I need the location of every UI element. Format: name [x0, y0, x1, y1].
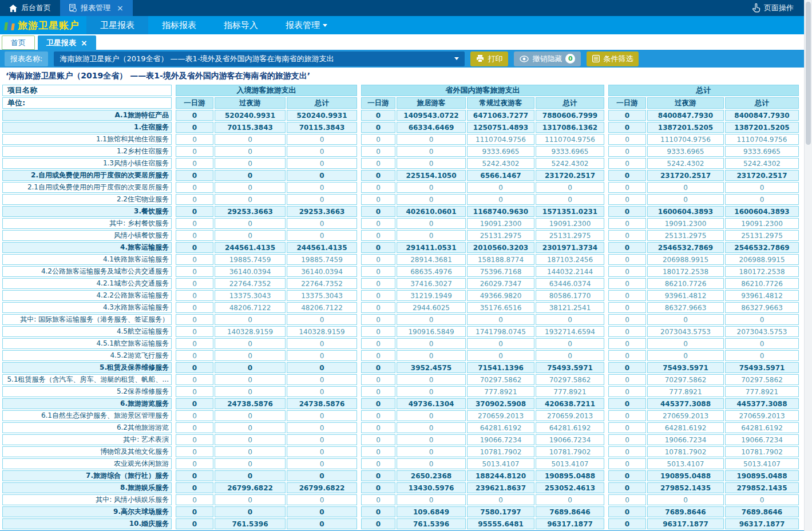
value-cell[interactable]: 0: [176, 326, 213, 337]
value-cell[interactable]: 0: [608, 434, 646, 445]
value-cell[interactable]: 0: [215, 182, 286, 193]
row-label[interactable]: 博物馆及其他文化服务: [2, 446, 172, 457]
value-cell[interactable]: 0: [361, 146, 395, 157]
value-cell[interactable]: 75493.5971: [647, 362, 724, 373]
row-label[interactable]: 6.2其他旅游游览: [2, 422, 172, 433]
value-cell[interactable]: 0: [608, 122, 646, 133]
value-cell[interactable]: 86210.7726: [725, 278, 799, 289]
value-cell[interactable]: 93961.4812: [647, 290, 724, 301]
value-cell[interactable]: 0: [608, 506, 646, 517]
value-cell[interactable]: 19066.7234: [536, 434, 604, 445]
value-cell[interactable]: 37416.3027: [397, 278, 466, 289]
value-cell[interactable]: 0: [608, 182, 646, 193]
value-cell[interactable]: 0: [397, 422, 466, 433]
value-cell[interactable]: 5013.4107: [467, 458, 534, 469]
value-cell[interactable]: 0: [647, 194, 724, 205]
value-cell[interactable]: 5242.4302: [467, 158, 534, 169]
value-cell[interactable]: 75493.5971: [536, 362, 604, 373]
value-cell[interactable]: 279852.1435: [647, 482, 724, 493]
value-cell[interactable]: 7689.8646: [647, 506, 724, 517]
value-cell[interactable]: 190895.0488: [725, 470, 799, 481]
value-cell[interactable]: 2073043.5753: [647, 326, 724, 337]
value-cell[interactable]: 1168740.9630: [467, 206, 534, 217]
row-label[interactable]: 4.2.2公路旅客运输服务: [2, 290, 172, 301]
value-cell[interactable]: 95555.6481: [467, 518, 534, 529]
value-cell[interactable]: 35176.6516: [467, 302, 534, 313]
value-cell[interactable]: 0: [176, 290, 213, 301]
value-cell[interactable]: 36140.0394: [287, 266, 357, 277]
value-cell[interactable]: 9333.6965: [647, 146, 724, 157]
value-cell[interactable]: 0: [287, 338, 357, 349]
value-cell[interactable]: 0: [215, 350, 286, 361]
value-cell[interactable]: 96317.1877: [647, 518, 724, 529]
value-cell[interactable]: 0: [608, 338, 646, 349]
value-cell[interactable]: 0: [467, 350, 534, 361]
value-cell[interactable]: 8400847.7930: [725, 110, 799, 121]
value-cell[interactable]: 0: [647, 182, 724, 193]
value-cell[interactable]: 0: [608, 170, 646, 181]
value-cell[interactable]: 231720.2517: [725, 170, 799, 181]
value-cell[interactable]: 777.8921: [467, 386, 534, 397]
close-icon[interactable]: ×: [117, 3, 124, 13]
value-cell[interactable]: 64281.6192: [536, 422, 604, 433]
value-cell[interactable]: 0: [176, 194, 213, 205]
value-cell[interactable]: 0: [361, 194, 395, 205]
value-cell[interactable]: 75493.5971: [725, 362, 799, 373]
value-cell[interactable]: 0: [725, 350, 799, 361]
value-cell[interactable]: 19066.7234: [467, 434, 534, 445]
value-cell[interactable]: 0: [176, 122, 213, 133]
value-cell[interactable]: 9333.6965: [467, 146, 534, 157]
value-cell[interactable]: 24738.5876: [287, 398, 357, 409]
value-cell[interactable]: 244561.4135: [287, 242, 357, 253]
value-cell[interactable]: 0: [608, 194, 646, 205]
row-label[interactable]: 其中: 乡村餐饮服务: [2, 218, 172, 229]
value-cell[interactable]: 0: [287, 350, 357, 361]
value-cell[interactable]: 0: [176, 110, 213, 121]
row-label[interactable]: 其中: 国际旅客运输服务（港务服务、签证服务）: [2, 314, 172, 325]
value-cell[interactable]: 0: [287, 386, 357, 397]
value-cell[interactable]: 0: [608, 146, 646, 157]
value-cell[interactable]: 0: [176, 482, 213, 493]
value-cell[interactable]: 2546532.7869: [725, 242, 799, 253]
value-cell[interactable]: 63446.0374: [536, 278, 604, 289]
value-cell[interactable]: 0: [361, 302, 395, 313]
value-cell[interactable]: 140328.9159: [287, 326, 357, 337]
page-actions-button[interactable]: 页面操作: [752, 3, 804, 13]
value-cell[interactable]: 0: [361, 158, 395, 169]
value-cell[interactable]: 190916.5849: [397, 326, 466, 337]
value-cell[interactable]: 291411.0531: [397, 242, 466, 253]
value-cell[interactable]: 0: [176, 506, 213, 517]
value-cell[interactable]: 0: [361, 122, 395, 133]
value-cell[interactable]: 19885.7459: [215, 254, 286, 265]
value-cell[interactable]: 26029.7347: [467, 278, 534, 289]
value-cell[interactable]: 0: [361, 506, 395, 517]
value-cell[interactable]: 0: [215, 338, 286, 349]
value-cell[interactable]: 6471063.7277: [467, 110, 534, 121]
value-cell[interactable]: 0: [608, 110, 646, 121]
value-cell[interactable]: 0: [215, 146, 286, 157]
value-cell[interactable]: 0: [397, 494, 466, 505]
value-cell[interactable]: 0: [361, 278, 395, 289]
value-cell[interactable]: 2010560.3203: [467, 242, 534, 253]
value-cell[interactable]: 0: [176, 350, 213, 361]
value-cell[interactable]: 0: [361, 446, 395, 457]
value-cell[interactable]: 190895.0488: [647, 470, 724, 481]
value-cell[interactable]: 0: [176, 170, 213, 181]
value-cell[interactable]: 206988.9915: [725, 254, 799, 265]
value-cell[interactable]: 1110704.9756: [467, 134, 534, 145]
value-cell[interactable]: 244561.4135: [215, 242, 286, 253]
value-cell[interactable]: 0: [287, 362, 357, 373]
value-cell[interactable]: 0: [176, 422, 213, 433]
value-cell[interactable]: 0: [361, 206, 395, 217]
undo-hide-button[interactable]: 撤销隐藏 0: [514, 51, 581, 66]
value-cell[interactable]: 253052.4613: [536, 482, 604, 493]
value-cell[interactable]: 0: [536, 350, 604, 361]
value-cell[interactable]: 96317.1877: [536, 518, 604, 529]
value-cell[interactable]: 0: [397, 458, 466, 469]
value-cell[interactable]: 5013.4107: [725, 458, 799, 469]
value-cell[interactable]: 0: [397, 230, 466, 241]
value-cell[interactable]: 777.8921: [647, 386, 724, 397]
value-cell[interactable]: 25131.2975: [536, 230, 604, 241]
value-cell[interactable]: 1741798.0745: [467, 326, 534, 337]
value-cell[interactable]: 0: [361, 410, 395, 421]
